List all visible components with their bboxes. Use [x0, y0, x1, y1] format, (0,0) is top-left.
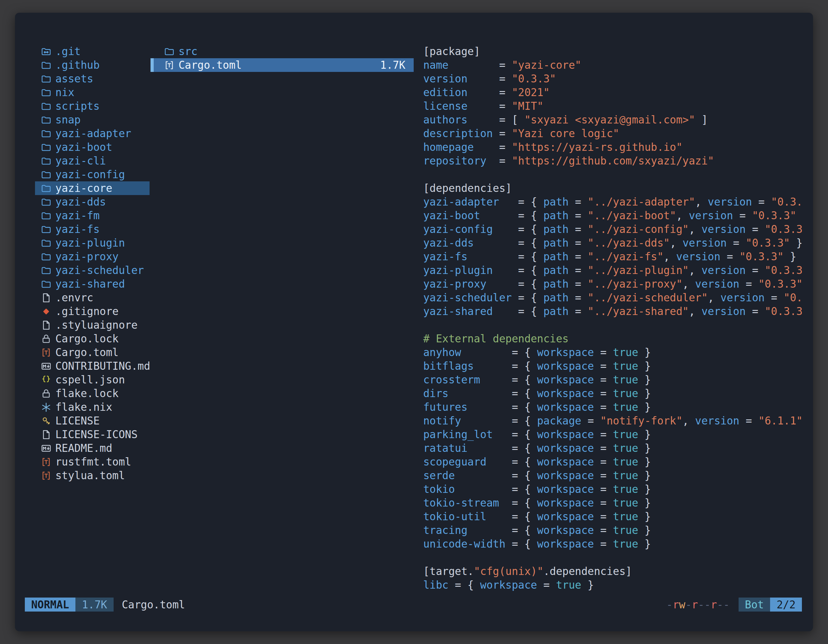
parent-pane[interactable]: .git.githubassetsnixscriptssnapyazi-adap…	[35, 45, 149, 597]
file-icon	[41, 292, 52, 303]
file-name: .git	[55, 45, 80, 58]
preview-line: yazi-proxy = { path = "../yazi-proxy", v…	[423, 277, 802, 291]
folder-icon	[41, 197, 52, 207]
preview-line: [target."cfg(unix)".dependencies]	[423, 564, 802, 578]
preview-line: homepage = "https://yazi-rs.github.io"	[423, 140, 802, 154]
file-row-Cargo.lock[interactable]: Cargo.lock	[35, 332, 149, 346]
file-name: yazi-boot	[55, 141, 112, 154]
file-row-yazi-scheduler[interactable]: yazi-scheduler	[35, 263, 149, 277]
preview-line: futures = { workspace = true }	[423, 400, 802, 414]
file-row-yazi-fs[interactable]: yazi-fs	[35, 223, 149, 236]
position-badge: Bot	[739, 597, 770, 611]
folder-icon	[41, 155, 52, 166]
file-size: 1.7K	[380, 59, 414, 71]
file-row-flake.lock[interactable]: flake.lock	[35, 387, 149, 400]
file-row-CONTRIBUTING.md[interactable]: CONTRIBUTING.md	[35, 359, 149, 373]
folder-icon	[41, 101, 52, 112]
preview-line: yazi-adapter = { path = "../yazi-adapter…	[423, 195, 802, 209]
file-row-.envrc[interactable]: .envrc	[35, 291, 149, 304]
toml-icon	[164, 60, 175, 71]
preview-line: libc = { workspace = true }	[423, 578, 802, 592]
file-name: flake.lock	[55, 387, 119, 400]
preview-line	[423, 551, 802, 564]
file-row-flake.nix[interactable]: flake.nix	[35, 400, 149, 414]
file-row-.github[interactable]: .github	[35, 58, 149, 72]
file-name: Cargo.lock	[55, 332, 119, 345]
file-row-rustfmt.toml[interactable]: rustfmt.toml	[35, 455, 149, 469]
status-bar: NORMAL 1.7K Cargo.toml -rw-r--r-- Bot 2/…	[25, 597, 802, 611]
lock-icon	[41, 388, 52, 399]
file-row-yazi-dds[interactable]: yazi-dds	[35, 195, 149, 209]
file-name: yazi-scheduler	[55, 264, 144, 276]
file-row-cspell.json[interactable]: cspell.json	[35, 373, 149, 387]
folder-icon	[41, 169, 52, 180]
file-row-README.md[interactable]: README.md	[35, 441, 149, 455]
yazi-file-manager: .git.githubassetsnixscriptssnapyazi-adap…	[35, 45, 802, 597]
file-row-.gitignore[interactable]: .gitignore	[35, 304, 149, 318]
file-name: LICENSE	[55, 415, 100, 427]
file-row-Cargo.toml[interactable]: Cargo.toml1.7K	[151, 58, 414, 72]
file-name: flake.nix	[55, 401, 112, 413]
file-row-snap[interactable]: snap	[35, 113, 149, 127]
folder-icon	[41, 183, 52, 194]
file-row-LICENSE[interactable]: LICENSE	[35, 414, 149, 428]
file-row-nix[interactable]: nix	[35, 86, 149, 99]
preview-line: # External dependencies	[423, 332, 802, 346]
folder-icon	[41, 265, 52, 276]
preview-line: yazi-plugin = { path = "../yazi-plugin",…	[423, 263, 802, 277]
terminal-window: .git.githubassetsnixscriptssnapyazi-adap…	[15, 13, 813, 631]
file-row-yazi-shared[interactable]: yazi-shared	[35, 277, 149, 291]
file-row-scripts[interactable]: scripts	[35, 99, 149, 113]
file-row-yazi-boot[interactable]: yazi-boot	[35, 140, 149, 154]
markdown-icon	[41, 361, 52, 371]
preview-line	[423, 318, 802, 332]
file-row-src[interactable]: src	[151, 45, 414, 58]
preview-line: yazi-fs = { path = "../yazi-fs", version…	[423, 250, 802, 263]
preview-line: edition = "2021"	[423, 86, 802, 99]
preview-line: bitflags = { workspace = true }	[423, 359, 802, 373]
file-row-assets[interactable]: assets	[35, 72, 149, 86]
file-row-stylua.toml[interactable]: stylua.toml	[35, 469, 149, 483]
file-name: scripts	[55, 100, 100, 112]
preview-line	[423, 168, 802, 181]
mode-badge: NORMAL	[25, 597, 75, 611]
preview-line: tokio-util = { workspace = true }	[423, 510, 802, 523]
folder-icon	[41, 251, 52, 262]
file-name: yazi-core	[55, 182, 112, 194]
cursor-counter: 2/2	[770, 597, 802, 611]
file-row-.styluaignore[interactable]: .styluaignore	[35, 318, 149, 332]
file-name: yazi-fm	[55, 209, 100, 222]
preview-pane[interactable]: [package]name = "yazi-core"version = "0.…	[423, 45, 802, 597]
file-row-yazi-plugin[interactable]: yazi-plugin	[35, 236, 149, 250]
preview-line: anyhow = { workspace = true }	[423, 346, 802, 359]
preview-line: description = "Yazi core logic"	[423, 127, 802, 140]
file-row-LICENSE-ICONS[interactable]: LICENSE-ICONS	[35, 428, 149, 441]
file-name: yazi-cli	[55, 155, 106, 167]
file-row-Cargo.toml[interactable]: Cargo.toml	[35, 346, 149, 359]
file-row-.git[interactable]: .git	[35, 45, 149, 58]
status-filename: Cargo.toml	[122, 599, 185, 611]
file-name: yazi-adapter	[55, 127, 131, 140]
file-name: Cargo.toml	[179, 59, 242, 71]
preview-line: repository = "https://github.com/sxyazi/…	[423, 154, 802, 168]
json-icon	[41, 374, 52, 385]
preview-line: crossterm = { workspace = true }	[423, 373, 802, 387]
file-row-yazi-core[interactable]: yazi-core	[35, 181, 149, 195]
file-row-yazi-config[interactable]: yazi-config	[35, 168, 149, 181]
file-name: stylua.toml	[55, 469, 125, 482]
file-name: src	[179, 45, 198, 58]
file-name: CONTRIBUTING.md	[55, 360, 149, 372]
file-name: .styluaignore	[55, 319, 138, 331]
folder-icon	[41, 210, 52, 221]
file-row-yazi-fm[interactable]: yazi-fm	[35, 209, 149, 223]
file-name: yazi-fs	[55, 223, 100, 235]
folder-icon	[41, 238, 52, 249]
file-name: yazi-dds	[55, 196, 106, 208]
file-name: yazi-config	[55, 168, 125, 181]
file-name: cspell.json	[55, 373, 125, 386]
file-row-yazi-adapter[interactable]: yazi-adapter	[35, 127, 149, 140]
file-row-yazi-proxy[interactable]: yazi-proxy	[35, 250, 149, 263]
file-size-badge: 1.7K	[75, 597, 113, 611]
current-pane[interactable]: srcCargo.toml1.7K	[151, 45, 414, 597]
file-row-yazi-cli[interactable]: yazi-cli	[35, 154, 149, 168]
